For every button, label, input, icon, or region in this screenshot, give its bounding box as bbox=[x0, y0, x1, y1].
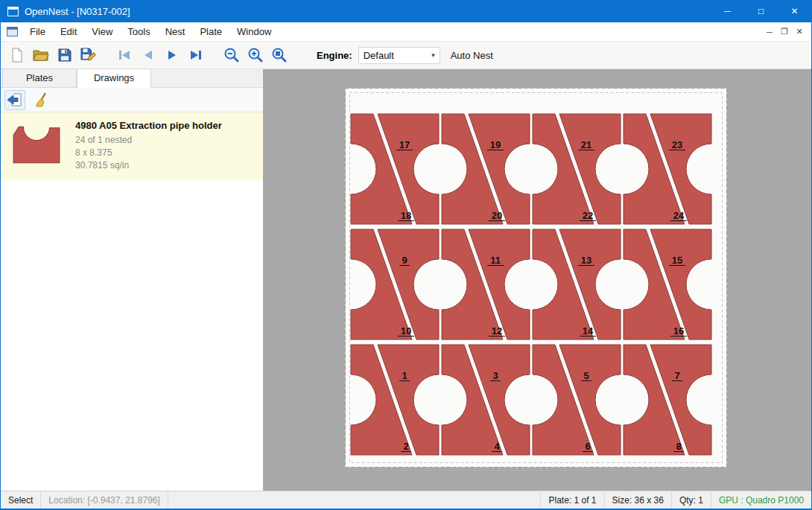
menu-file[interactable]: File bbox=[22, 23, 53, 40]
open-file-button[interactable] bbox=[29, 44, 53, 67]
main-toolbar: Engine: Default ▾ Auto Nest bbox=[1, 42, 811, 69]
part-number-label: 13 bbox=[581, 255, 591, 266]
drawing-list: 4980 A05 Extraction pipe holder 24 of 1 … bbox=[1, 112, 263, 491]
part-number-label: 24 bbox=[673, 210, 685, 221]
engine-label: Engine: bbox=[317, 50, 352, 61]
drawing-item-info: 4980 A05 Extraction pipe holder 24 of 1 … bbox=[75, 120, 222, 172]
menu-nest[interactable]: Nest bbox=[158, 23, 193, 40]
status-location: Location: [-0.9437, 21.8796] bbox=[41, 491, 168, 509]
title-bar: OpenNest - [N0317-002] ─ □ ✕ bbox=[1, 0, 811, 22]
drawings-toolbar bbox=[1, 88, 263, 112]
drawing-list-item[interactable]: 4980 A05 Extraction pipe holder 24 of 1 … bbox=[1, 112, 263, 179]
menu-plate[interactable]: Plate bbox=[192, 23, 229, 40]
save-icon bbox=[57, 48, 72, 63]
zoom-out-icon bbox=[223, 47, 241, 63]
zoom-out-button[interactable] bbox=[220, 44, 244, 67]
plate-view: 171819202122232491011121314151612345678 bbox=[345, 88, 727, 468]
part-number-label: 4 bbox=[494, 441, 500, 452]
mdi-restore-button[interactable]: ❐ bbox=[777, 25, 792, 38]
part-number-label: 12 bbox=[492, 325, 502, 337]
part-number-label: 16 bbox=[673, 325, 684, 337]
maximize-button[interactable]: □ bbox=[744, 0, 778, 22]
engine-select[interactable]: Default ▾ bbox=[358, 47, 440, 64]
window-title: OpenNest - [N0317-002] bbox=[25, 6, 130, 17]
status-bar: Select Location: [-0.9437, 21.8796] Plat… bbox=[1, 491, 811, 509]
save-button[interactable] bbox=[53, 44, 77, 67]
part-number-label: 18 bbox=[401, 210, 411, 221]
part-number-label: 2 bbox=[403, 441, 408, 452]
part-number-label: 6 bbox=[585, 441, 590, 452]
minimize-button[interactable]: ─ bbox=[711, 0, 744, 22]
status-plate: Plate: 1 of 1 bbox=[540, 491, 603, 509]
part-number-label: 1 bbox=[402, 370, 407, 381]
status-size: Size: 36 x 36 bbox=[604, 491, 671, 509]
part-number-label: 5 bbox=[583, 370, 589, 381]
sidebar: Plates Drawings bbox=[1, 69, 263, 491]
zoom-fit-icon bbox=[270, 47, 288, 63]
zoom-fit-button[interactable] bbox=[267, 44, 291, 67]
part-number-label: 20 bbox=[492, 210, 502, 221]
drawing-area: 30.7815 sq/in bbox=[75, 159, 222, 172]
drawing-title: 4980 A05 Extraction pipe holder bbox=[75, 120, 222, 131]
menu-view[interactable]: View bbox=[84, 23, 120, 40]
save-edit-icon bbox=[80, 48, 97, 63]
first-plate-button[interactable] bbox=[112, 44, 136, 67]
sidebar-tabstrip: Plates Drawings bbox=[1, 69, 263, 88]
nesting-canvas[interactable]: 171819202122232491011121314151612345678 bbox=[263, 69, 811, 491]
last-arrow-icon bbox=[188, 48, 204, 62]
menu-bar: File Edit View Tools Nest Plate Window ─… bbox=[1, 22, 811, 42]
part-number-label: 10 bbox=[401, 325, 411, 337]
mdi-minimize-button[interactable]: ─ bbox=[762, 26, 777, 38]
drawing-dimensions: 8 x 8.375 bbox=[75, 147, 222, 159]
part-thumbnail bbox=[10, 120, 63, 172]
part-number-label: 8 bbox=[676, 441, 681, 452]
menu-tools[interactable]: Tools bbox=[120, 23, 157, 40]
next-arrow-icon bbox=[164, 48, 180, 62]
part-number-label: 7 bbox=[674, 370, 679, 381]
part-number-label: 21 bbox=[581, 139, 591, 150]
zoom-in-button[interactable] bbox=[244, 44, 267, 67]
part-number-label: 14 bbox=[583, 325, 594, 337]
menu-edit[interactable]: Edit bbox=[53, 23, 84, 40]
import-drawing-button[interactable] bbox=[4, 90, 25, 110]
status-mode: Select bbox=[1, 491, 41, 509]
last-plate-button[interactable] bbox=[184, 44, 208, 67]
save-edit-button[interactable] bbox=[77, 44, 101, 67]
tab-drawings[interactable]: Drawings bbox=[77, 68, 151, 88]
chevron-down-icon: ▾ bbox=[431, 51, 435, 59]
zoom-in-icon bbox=[247, 47, 264, 63]
open-folder-icon bbox=[33, 48, 49, 63]
part-number-label: 23 bbox=[672, 139, 682, 150]
part-number-label: 22 bbox=[583, 210, 593, 221]
main-area: Plates Drawings bbox=[1, 69, 811, 491]
tab-plates[interactable]: Plates bbox=[2, 68, 77, 87]
mdi-child-icon bbox=[7, 27, 18, 36]
status-qty: Qty: 1 bbox=[671, 491, 711, 509]
part-number-label: 15 bbox=[672, 255, 682, 266]
first-arrow-icon bbox=[116, 48, 133, 62]
import-arrow-icon bbox=[7, 92, 23, 107]
mdi-close-button[interactable]: ✕ bbox=[792, 25, 807, 38]
app-window: OpenNest - [N0317-002] ─ □ ✕ File Edit V… bbox=[0, 0, 812, 510]
engine-selected-value: Default bbox=[364, 50, 431, 61]
plate-svg: 171819202122232491011121314151612345678 bbox=[345, 88, 727, 468]
previous-arrow-icon bbox=[140, 48, 156, 62]
part-number-label: 17 bbox=[399, 139, 410, 150]
part-number-label: 9 bbox=[402, 255, 407, 266]
drawing-nested-count: 24 of 1 nested bbox=[75, 134, 222, 147]
status-gpu: GPU : Quadro P1000 bbox=[711, 491, 811, 509]
new-file-button[interactable] bbox=[5, 44, 29, 67]
new-file-icon bbox=[10, 48, 25, 63]
close-button[interactable]: ✕ bbox=[778, 0, 811, 22]
broom-icon bbox=[34, 92, 50, 107]
clear-drawings-button[interactable] bbox=[31, 90, 52, 110]
menu-window[interactable]: Window bbox=[229, 23, 279, 40]
part-number-label: 3 bbox=[492, 370, 498, 381]
previous-plate-button[interactable] bbox=[136, 44, 160, 67]
part-number-label: 11 bbox=[490, 255, 501, 266]
part-number-label: 19 bbox=[490, 139, 501, 150]
part-thumbnail-icon bbox=[12, 123, 61, 166]
auto-nest-toggle[interactable]: Auto Nest bbox=[451, 50, 493, 61]
next-plate-button[interactable] bbox=[160, 44, 184, 67]
app-icon bbox=[7, 7, 19, 16]
